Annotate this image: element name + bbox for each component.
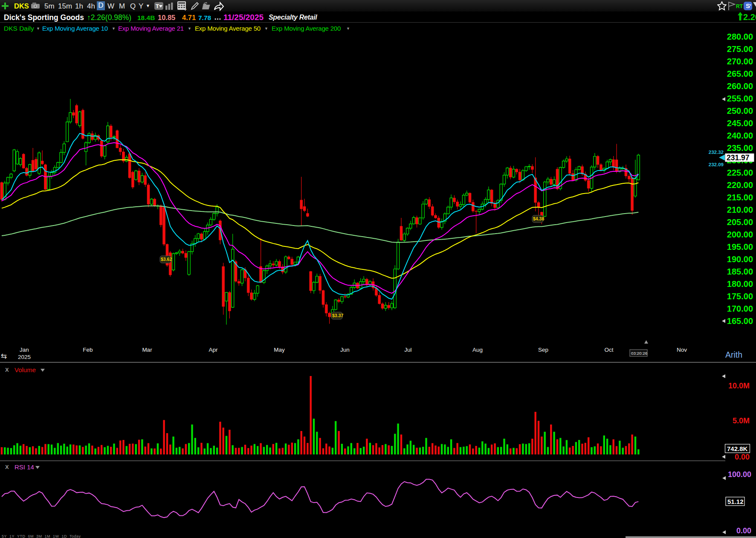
svg-text:Aug: Aug: [472, 347, 483, 353]
svg-text:250.00: 250.00: [727, 106, 753, 116]
svg-text:255.00: 255.00: [727, 94, 753, 103]
svg-text:RSI 14: RSI 14: [14, 463, 34, 471]
svg-text:195.00: 195.00: [727, 242, 753, 252]
svg-text:03:20:26: 03:20:26: [631, 351, 648, 356]
svg-text:231.97: 231.97: [727, 153, 750, 162]
svg-text:190.00: 190.00: [727, 255, 753, 264]
svg-text:Jan: Jan: [20, 347, 29, 353]
svg-text:Volume: Volume: [14, 366, 36, 373]
svg-text:5Y 1Y YTD 6M 3M 1M 1W 1: 5Y 1Y YTD 6M 3M 1M 1W 1D Today: [2, 534, 81, 538]
svg-text:742.8K: 742.8K: [727, 445, 748, 452]
svg-text:180.00: 180.00: [727, 279, 753, 289]
svg-text:Sep: Sep: [538, 347, 548, 353]
svg-text:T: T: [156, 3, 159, 9]
svg-text:⇆: ⇆: [1, 352, 7, 360]
svg-text:215.00: 215.00: [727, 193, 753, 202]
svg-text:5.0M: 5.0M: [733, 417, 750, 425]
svg-text:245.00: 245.00: [727, 119, 753, 128]
svg-text:200.00: 200.00: [727, 230, 753, 239]
svg-text:0.00: 0.00: [735, 453, 750, 461]
svg-text:270.00: 270.00: [727, 57, 753, 66]
svg-text:$4.38: $4.38: [533, 216, 544, 221]
svg-text:Apr: Apr: [209, 347, 218, 353]
svg-text:X: X: [5, 464, 9, 470]
svg-text:Jun: Jun: [340, 347, 350, 353]
svg-text:175.00: 175.00: [727, 292, 753, 301]
svg-text:165.00: 165.00: [727, 316, 753, 326]
svg-text:232.09: 232.09: [709, 162, 724, 167]
svg-text:240.00: 240.00: [727, 131, 753, 140]
svg-text:220.00: 220.00: [727, 180, 753, 190]
svg-text:51.12: 51.12: [727, 498, 744, 505]
svg-text:0.00: 0.00: [736, 526, 751, 535]
svg-text:2025: 2025: [18, 354, 31, 360]
svg-text:+: +: [184, 6, 187, 11]
svg-text:235.00: 235.00: [727, 143, 753, 153]
svg-text:Arith: Arith: [725, 350, 742, 359]
svg-text:232.32: 232.32: [709, 150, 724, 155]
svg-text:$3.37: $3.37: [332, 313, 343, 318]
svg-text:100.00: 100.00: [728, 470, 751, 479]
svg-text:Nov: Nov: [677, 347, 687, 353]
svg-text:Oct: Oct: [604, 347, 613, 353]
svg-text:265.00: 265.00: [727, 69, 753, 78]
svg-text:Mar: Mar: [142, 347, 152, 353]
svg-text:225.00: 225.00: [727, 168, 753, 177]
svg-text:275.00: 275.00: [727, 44, 753, 54]
svg-text:10.0M: 10.0M: [728, 382, 750, 390]
svg-text:260.00: 260.00: [727, 81, 753, 91]
svg-text:May: May: [274, 347, 285, 353]
svg-text:170.00: 170.00: [727, 304, 753, 313]
svg-text:Jul: Jul: [404, 347, 411, 353]
svg-text:Feb: Feb: [83, 347, 93, 353]
svg-text:205.00: 205.00: [727, 217, 753, 227]
svg-text:$3.62: $3.62: [161, 257, 172, 262]
svg-text:X: X: [5, 367, 9, 373]
svg-text:185.00: 185.00: [727, 267, 753, 276]
svg-text:280.00: 280.00: [727, 32, 753, 41]
svg-text:210.00: 210.00: [727, 205, 753, 214]
